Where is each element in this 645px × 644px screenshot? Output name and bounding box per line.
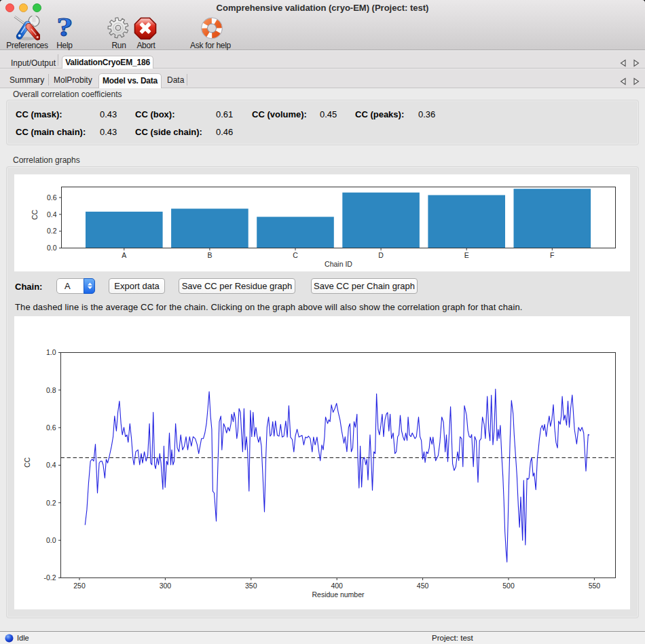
svg-text:300: 300 (160, 582, 172, 590)
svg-text:0.8: 0.8 (46, 386, 56, 394)
svg-text:0.0: 0.0 (46, 536, 56, 544)
svg-text:400: 400 (331, 582, 343, 590)
svg-text:0.6: 0.6 (46, 423, 56, 432)
svg-text:0.6: 0.6 (47, 193, 57, 202)
svg-text:Residue number: Residue number (312, 590, 365, 599)
svg-text:CC: CC (23, 457, 31, 468)
svg-text:0.0: 0.0 (47, 244, 57, 252)
svg-text:500: 500 (502, 582, 515, 590)
svg-text:?: ? (56, 16, 73, 40)
svg-text:0.4: 0.4 (46, 461, 56, 469)
svg-text:CC: CC (31, 210, 39, 221)
svg-text:450: 450 (417, 582, 429, 590)
svg-text:D: D (378, 251, 384, 259)
svg-text:B: B (207, 251, 212, 259)
svg-text:0.2: 0.2 (47, 227, 57, 235)
svg-text:C: C (293, 251, 298, 259)
svg-text:350: 350 (245, 582, 257, 590)
svg-text:0.4: 0.4 (47, 210, 57, 219)
svg-text:550: 550 (589, 582, 601, 590)
svg-text:A: A (122, 251, 126, 259)
svg-text:1.0: 1.0 (46, 348, 56, 356)
svg-text:-0.2: -0.2 (43, 573, 56, 582)
svg-text:Chain ID: Chain ID (325, 260, 352, 268)
svg-text:250: 250 (73, 582, 86, 590)
svg-text:0.2: 0.2 (46, 499, 56, 507)
svg-text:E: E (464, 251, 469, 259)
svg-text:F: F (550, 251, 554, 259)
